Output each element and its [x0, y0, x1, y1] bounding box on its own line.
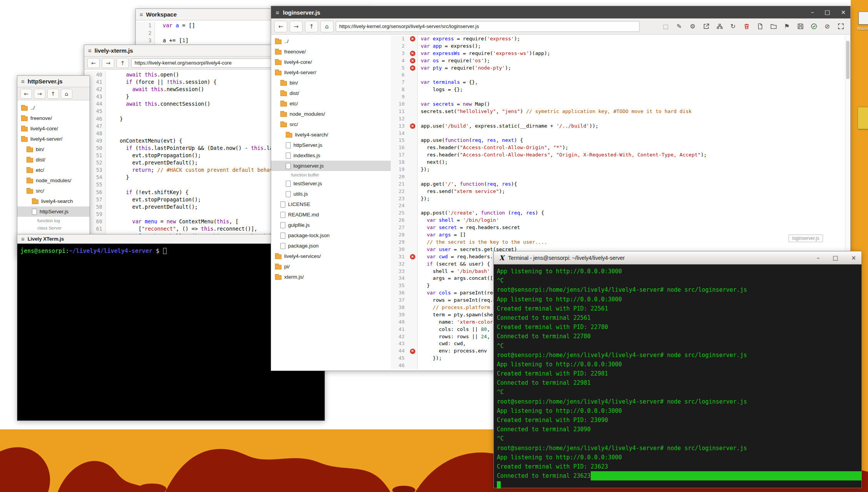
up-button[interactable]: ↑	[117, 58, 129, 68]
tree-item-src[interactable]: src/	[17, 186, 90, 196]
save-icon[interactable]	[796, 22, 805, 31]
code-line-7[interactable]: 7var terminals = {},	[391, 79, 845, 86]
code-line-14[interactable]: 14	[391, 130, 845, 137]
minimize-button[interactable]: –	[811, 9, 814, 16]
code-line-15[interactable]: 15app.use(function(req, res, next) {	[391, 137, 845, 144]
tree-item-xterm-js[interactable]: xterm.js/	[271, 272, 391, 282]
back-button[interactable]: ←	[20, 89, 32, 99]
tree-item-httpserver-js[interactable]: httpServer.js	[17, 206, 90, 217]
tree-item-src[interactable]: src/	[271, 119, 391, 130]
tree-item-lively4-search[interactable]: lively4-search/	[271, 130, 391, 140]
tree-item-freenove[interactable]: freenove/	[271, 47, 391, 57]
refresh-icon[interactable]: ↻	[729, 22, 737, 31]
sitemap-icon[interactable]	[715, 22, 724, 31]
code-line-8[interactable]: 8 logs = {};	[391, 86, 845, 93]
fullscreen-icon[interactable]	[836, 22, 845, 31]
code-line-5[interactable]: 5✕var pty = require('node-pty');	[391, 65, 845, 72]
tree-item-indexfiles-js[interactable]: indexfiles.js	[271, 150, 391, 161]
up-button[interactable]: ↑	[47, 89, 59, 99]
code-line-21[interactable]: 21app.get('/', function(req, res){	[391, 181, 845, 188]
menu-icon[interactable]: ≡	[88, 47, 92, 54]
tree-item-loginserver-js[interactable]: loginserver.js	[271, 161, 391, 171]
tree-item-dist[interactable]: dist/	[271, 88, 391, 98]
tree-item-license[interactable]: LICENSE	[271, 199, 391, 209]
menu-icon[interactable]: ≡	[276, 9, 279, 16]
maximize-button[interactable]: □	[833, 254, 838, 261]
code-line-12[interactable]: 12	[391, 115, 845, 123]
tree-item-node-modules[interactable]: node_modules/	[17, 175, 90, 186]
terminal-titlebar[interactable]: X Terminal - jens@sensorpi: ~/lively4/li…	[494, 251, 861, 264]
tree-item-lively4-server[interactable]: lively4-server/	[17, 134, 90, 144]
up-button[interactable]: ↑	[305, 21, 318, 32]
tree-item-etc[interactable]: etc/	[271, 98, 391, 109]
close-button[interactable]: ×	[841, 9, 846, 16]
tree-item-freenove[interactable]: freenove/	[17, 113, 90, 123]
tree-item-gulpfile-js[interactable]: gulpfile.js	[271, 220, 391, 230]
code-line-3[interactable]: 3✕var expressWs = require('express-ws')(…	[391, 50, 845, 57]
tree-item-package-lock-json[interactable]: package-lock.json	[271, 230, 391, 241]
tree-subitem-function-buffer[interactable]: function buffer	[271, 171, 391, 178]
tree-item-lively4-services[interactable]: lively4-services/	[271, 251, 391, 261]
tree-item-[interactable]: ../	[271, 36, 391, 47]
code-line-27[interactable]: 27 var secret = req.headers.secret	[391, 224, 845, 231]
back-button[interactable]: ←	[274, 21, 287, 32]
code-line-23[interactable]: 23});	[391, 195, 845, 203]
tree-item-node-modules[interactable]: node_modules/	[271, 109, 391, 119]
open-external-icon[interactable]	[702, 22, 710, 31]
tree-item-lively4-search[interactable]: lively4-search	[17, 196, 90, 206]
home-button[interactable]: ⌂	[320, 21, 333, 32]
tree-subitem-class-server[interactable]: class Server	[17, 224, 90, 231]
home-button[interactable]: ⌂	[61, 89, 72, 99]
edit-icon[interactable]: ✎	[675, 22, 683, 31]
code-line-16[interactable]: 16 res.header("Access-Control-Allow-Orig…	[391, 144, 845, 151]
new-file-icon[interactable]	[756, 22, 764, 31]
code-line-24[interactable]: 24	[391, 202, 845, 209]
tree-item-etc[interactable]: etc/	[17, 165, 90, 175]
delete-icon[interactable]	[742, 22, 751, 31]
tree-item-[interactable]: ../	[17, 103, 90, 113]
scrollbar-thumb[interactable]	[846, 41, 850, 79]
menu-icon[interactable]: ≡	[140, 11, 143, 18]
code-line-13[interactable]: 13✕app.use('/build', express.static(__di…	[391, 123, 845, 130]
code-line-25[interactable]: 25app.post('/create', function (req, res…	[391, 209, 845, 217]
url-input[interactable]	[336, 21, 640, 32]
code-line-9[interactable]: 9	[391, 93, 845, 101]
sticky-note-icon[interactable]	[858, 107, 868, 129]
code-line-19[interactable]: 19});	[391, 166, 845, 173]
forward-button[interactable]: →	[102, 58, 114, 68]
tree-item-httpserver-js[interactable]: httpServer.js	[271, 140, 391, 150]
tree-item-dist[interactable]: dist/	[17, 155, 90, 165]
tree-item-bin[interactable]: bin/	[17, 144, 90, 155]
code-line-20[interactable]: 20	[391, 173, 845, 181]
minimize-button[interactable]: –	[817, 254, 820, 261]
desktop-icon-wastebasket[interactable]: Wastebasket	[857, 12, 868, 31]
code-line-17[interactable]: 17 res.header("Access-Control-Allow-Head…	[391, 151, 845, 159]
code-line-1[interactable]: 1✕var express = require('express');	[391, 35, 845, 43]
tree-item-lively4-core[interactable]: lively4-core/	[17, 123, 90, 134]
forward-button[interactable]: →	[34, 89, 45, 99]
code-line-28[interactable]: 28 var args = []	[391, 231, 845, 239]
forward-button[interactable]: →	[290, 21, 303, 32]
maximize-button[interactable]: □	[825, 9, 830, 16]
code-line-4[interactable]: 4✕var os = require('os');	[391, 57, 845, 65]
menu-icon[interactable]: ≡	[21, 78, 25, 85]
cancel-icon[interactable]: ⊘	[823, 22, 831, 31]
code-line-6[interactable]: 6	[391, 71, 845, 79]
code-line-22[interactable]: 22 res.send("xterm service");	[391, 188, 845, 195]
open-folder-icon[interactable]	[769, 22, 778, 31]
tree-item-package-json[interactable]: package.json	[271, 241, 391, 251]
tree-item-utils-js[interactable]: utils.js	[271, 189, 391, 199]
flag-icon[interactable]: ⚑	[783, 22, 791, 31]
tree-item-bin[interactable]: bin/	[271, 78, 391, 88]
menu-icon[interactable]: ≡	[21, 236, 25, 242]
tree-item-readme-md[interactable]: README.md	[271, 209, 391, 220]
code-line-29[interactable]: 29 // the secret is the key to the user.…	[391, 239, 845, 246]
httpserver-titlebar[interactable]: ≡ httpServer.js	[17, 76, 90, 87]
code-line-26[interactable]: 26 var shell = '/bin/login'	[391, 217, 845, 224]
tree-item-testserver-js[interactable]: testServer.js	[271, 178, 391, 189]
tree-subitem-function-log[interactable]: function log	[17, 217, 90, 224]
back-button[interactable]: ←	[87, 58, 100, 68]
code-line-2[interactable]: 2var app = express();	[391, 43, 845, 50]
settings-icon[interactable]: ⚙	[688, 22, 697, 31]
tree-item-lively4-server[interactable]: lively4-server/	[271, 67, 391, 78]
